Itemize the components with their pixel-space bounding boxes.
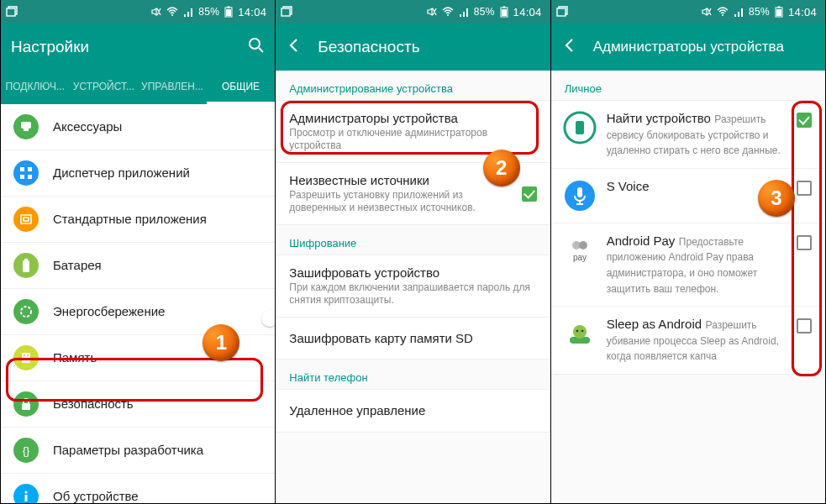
svg-rect-18 (24, 259, 28, 260)
battery-pct: 85% (474, 6, 495, 18)
list-item-battery[interactable]: Батарея (1, 242, 275, 288)
list-item-encrypt-sd[interactable]: Зашифровать карту памяти SD (276, 317, 550, 359)
signal-icon (734, 7, 744, 17)
svg-line-6 (259, 48, 263, 52)
item-sub: Просмотр и отключение администраторов ус… (289, 127, 536, 152)
svg-point-38 (722, 14, 723, 16)
battery-icon (13, 252, 39, 279)
list-item-unknown-sources[interactable]: Неизвестные источники Разрешить установк… (276, 162, 550, 224)
svg-rect-4 (226, 9, 231, 16)
checkbox-android-pay[interactable] (797, 235, 813, 252)
svg-rect-31 (25, 495, 28, 501)
list-item-label: Память (53, 350, 263, 365)
svg-rect-3 (228, 7, 230, 8)
item-sub: При каждом включении запрашивается парол… (289, 281, 536, 307)
item-title: Удаленное управление (289, 403, 536, 418)
svg-point-47 (579, 241, 587, 249)
tab-connections[interactable]: ПОДКЛЮЧ... (1, 71, 70, 104)
list-item-label: Аксессуары (53, 119, 263, 134)
app-bar: Настройки (1, 24, 275, 71)
svg-rect-37 (557, 8, 566, 16)
svg-point-51 (576, 330, 578, 333)
app-bar: Администраторы устройства (551, 24, 825, 71)
admin-item-android-pay[interactable]: pay Android Pay Предоставьте приложению … (551, 223, 825, 306)
search-icon[interactable] (248, 37, 265, 57)
checkbox-unknown-sources[interactable] (522, 186, 537, 202)
screen-settings: 85% 14:04 Настройки ПОДКЛЮЧ... УСТРОЙСТ.… (1, 0, 275, 503)
section-find-phone: Найти телефон (276, 360, 550, 389)
accessories-icon (13, 113, 39, 140)
svg-rect-13 (20, 175, 24, 179)
list-item-label: Параметры разработчика (53, 443, 263, 458)
status-bar: 85% 14:04 (1, 0, 275, 24)
admin-item-sleep-android[interactable]: Sleep as Android Разрешить убивание проц… (551, 306, 825, 374)
app-bar: Безопасность (276, 24, 550, 71)
settings-list[interactable]: Аксессуары Диспетчер приложений Стандарт… (1, 104, 275, 503)
tab-device[interactable]: УСТРОЙСТ... (70, 71, 139, 104)
battery-pct: 85% (749, 6, 770, 18)
svg-rect-36 (502, 9, 507, 16)
mute-icon (427, 7, 437, 17)
checkbox-sleep-android[interactable] (797, 318, 813, 335)
list-item-label: Об устройстве (53, 489, 263, 503)
svg-rect-22 (22, 353, 30, 363)
list-item-app-manager[interactable]: Диспетчер приложений (1, 150, 275, 196)
tab-general[interactable]: ОБЩИЕ (207, 71, 276, 104)
svg-point-1 (171, 14, 173, 16)
checkbox-s-voice[interactable] (797, 181, 813, 197)
list-item-about[interactable]: Об устройстве (1, 473, 275, 503)
mute-icon (151, 7, 161, 17)
list-item-security[interactable]: Безопасность (1, 381, 275, 427)
time: 14:04 (513, 6, 542, 18)
list-item-storage[interactable]: Память (1, 334, 275, 381)
find-device-icon (563, 111, 597, 144)
checkbox-find-device[interactable] (797, 113, 813, 129)
list-item-device-admins[interactable]: Администраторы устройства Просмотр и отк… (276, 101, 550, 162)
svg-text:{}: {} (23, 444, 30, 457)
svg-rect-14 (28, 175, 32, 179)
default-apps-icon (13, 206, 39, 233)
time: 14:04 (238, 6, 266, 18)
svg-rect-35 (502, 7, 505, 8)
list-item-label: Диспетчер приложений (53, 165, 263, 181)
tab-manage[interactable]: УПРАВЛЕН... (138, 71, 207, 104)
s-voice-icon (563, 179, 597, 213)
page-title: Администраторы устройства (593, 39, 784, 55)
list-item-label: Безопасность (53, 396, 263, 412)
admin-title: Найти устройство (607, 111, 711, 125)
admins-list[interactable]: Личное Найти устройство Разрешить сервис… (551, 71, 825, 503)
page-title: Безопасность (318, 38, 419, 56)
powersave-icon (13, 298, 39, 325)
section-encryption: Шифрование (276, 225, 550, 255)
lock-icon (13, 391, 39, 417)
list-item-power-saving[interactable]: Энергосбережение (1, 288, 275, 334)
svg-rect-0 (7, 8, 15, 16)
list-item-default-apps[interactable]: Стандартные приложения (1, 196, 275, 242)
screen-security: 85% 14:04 Безопасность Администрирование… (276, 0, 550, 503)
svg-rect-41 (776, 9, 781, 16)
svg-point-30 (24, 491, 27, 493)
svg-rect-24 (27, 354, 29, 356)
time: 14:04 (788, 6, 817, 18)
screenshot-icon (6, 6, 18, 18)
svg-rect-23 (24, 354, 25, 356)
list-item-developer[interactable]: {} Параметры разработчика (1, 427, 275, 473)
admin-item-s-voice[interactable]: S Voice (551, 168, 825, 223)
list-item-encrypt[interactable]: Зашифровать устройство При каждом включе… (276, 255, 550, 317)
svg-rect-40 (777, 7, 780, 8)
status-bar: 85% 14:04 (551, 0, 825, 24)
security-list[interactable]: Администрирование устройства Администрат… (276, 71, 550, 503)
battery-icon (224, 6, 233, 18)
admin-title: Sleep as Android (607, 317, 702, 331)
back-button[interactable] (286, 37, 303, 57)
svg-point-10 (13, 160, 39, 186)
item-title: Зашифровать устройство (289, 265, 536, 281)
back-button[interactable] (561, 37, 578, 57)
item-sub: Разрешить установку приложений из довере… (289, 189, 508, 214)
admin-item-find-device[interactable]: Найти устройство Разрешить сервису блоки… (551, 101, 825, 168)
list-item-accessories[interactable]: Аксессуары (1, 104, 275, 150)
sleep-android-icon (563, 317, 597, 350)
list-item-remote[interactable]: Удаленное управление (276, 390, 550, 432)
page-title: Настройки (11, 38, 89, 56)
list-item-label: Батарея (53, 258, 263, 273)
